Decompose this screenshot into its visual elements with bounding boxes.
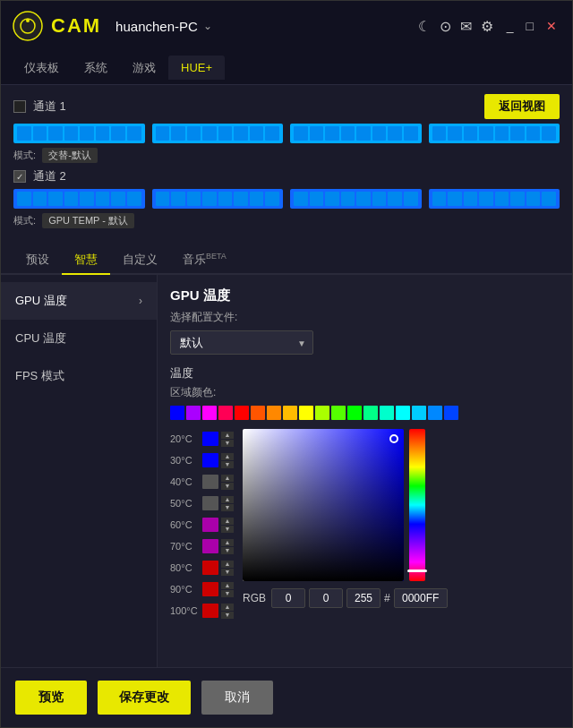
sub-tabs: 预设 智慧 自定义 音乐BETA: [1, 239, 572, 275]
temp-up-button[interactable]: ▲: [221, 604, 234, 611]
temp-arrows: ▲▼: [221, 582, 234, 597]
tab-hue[interactable]: HUE+: [168, 56, 225, 80]
palette-color-swatch[interactable]: [218, 406, 233, 420]
palette-color-swatch[interactable]: [315, 406, 329, 420]
palette-color-swatch[interactable]: [331, 406, 346, 420]
left-item-cpu-temp[interactable]: CPU 温度: [1, 320, 157, 357]
palette-color-swatch[interactable]: [186, 406, 201, 420]
cancel-button[interactable]: 取消: [201, 681, 273, 715]
settings-icon[interactable]: ⚙: [481, 18, 493, 35]
tab-system[interactable]: 系统: [72, 55, 120, 81]
temp-down-button[interactable]: ▼: [221, 440, 234, 447]
palette-color-swatch[interactable]: [267, 406, 281, 420]
temp-down-button[interactable]: ▼: [221, 504, 234, 511]
moon-icon[interactable]: ☾: [418, 18, 431, 35]
channel1-label: 通道 1: [33, 98, 66, 115]
color-picker-main: [243, 429, 560, 581]
temp-color-swatch[interactable]: [202, 561, 218, 575]
palette-color-swatch[interactable]: [251, 406, 265, 420]
save-button[interactable]: 保存更改: [98, 681, 191, 715]
temp-up-button[interactable]: ▲: [221, 432, 234, 439]
temp-arrows: ▲▼: [221, 453, 234, 468]
palette-color-swatch[interactable]: [283, 406, 297, 420]
temp-up-button[interactable]: ▲: [221, 475, 234, 482]
temp-up-button[interactable]: ▲: [221, 539, 234, 546]
tab-games[interactable]: 游戏: [120, 55, 168, 81]
left-item-gpu-temp[interactable]: GPU 温度 ›: [1, 282, 157, 320]
palette-color-swatch[interactable]: [444, 406, 458, 420]
temp-arrows: ▲▼: [221, 604, 234, 619]
temp-down-button[interactable]: ▼: [221, 547, 234, 554]
temp-row: 60°C▲▼: [170, 515, 234, 535]
rgb-r-input[interactable]: [271, 588, 305, 608]
temp-label: 80°C: [170, 562, 202, 573]
temp-down-button[interactable]: ▼: [221, 483, 234, 490]
channel2-checkbox[interactable]: [13, 170, 26, 183]
subtab-custom[interactable]: 自定义: [110, 246, 170, 273]
temp-down-button[interactable]: ▼: [221, 590, 234, 597]
left-panel: GPU 温度 › CPU 温度 FPS 模式: [1, 275, 158, 667]
temp-up-button[interactable]: ▲: [221, 561, 234, 568]
subtab-music[interactable]: 音乐BETA: [170, 246, 239, 273]
return-view-button[interactable]: 返回视图: [484, 94, 560, 119]
temp-up-button[interactable]: ▲: [221, 496, 234, 503]
temp-color-swatch[interactable]: [202, 453, 218, 467]
temp-color-swatch[interactable]: [202, 518, 218, 532]
palette-color-swatch[interactable]: [363, 406, 378, 420]
palette-color-swatch[interactable]: [428, 406, 442, 420]
subtab-smart[interactable]: 智慧: [62, 246, 110, 275]
temp-color-swatch[interactable]: [202, 432, 218, 446]
region-label: 区域颜色:: [170, 385, 560, 400]
temp-up-button[interactable]: ▲: [221, 582, 234, 589]
preview-button[interactable]: 预览: [15, 681, 87, 715]
maximize-button[interactable]: □: [522, 17, 538, 35]
palette-color-swatch[interactable]: [299, 406, 313, 420]
palette-color-swatch[interactable]: [202, 406, 217, 420]
temp-down-button[interactable]: ▼: [221, 526, 234, 533]
rgb-b-input[interactable]: [346, 588, 381, 608]
channel1-led-strip-1: [13, 124, 145, 143]
temp-row: 40°C▲▼: [170, 472, 234, 492]
palette-color-swatch[interactable]: [170, 406, 184, 420]
close-button[interactable]: ✕: [542, 17, 561, 35]
camera-icon[interactable]: ⊙: [440, 18, 451, 35]
config-file-select[interactable]: 默认: [170, 330, 313, 355]
temp-color-swatch[interactable]: [202, 496, 218, 510]
temp-up-button[interactable]: ▲: [221, 453, 234, 460]
channel-area: 通道 1 返回视图: [1, 85, 572, 239]
temp-label: 30°C: [170, 455, 202, 466]
channel2-label: 通道 2: [33, 168, 66, 184]
temp-color-swatch[interactable]: [202, 582, 218, 596]
temp-down-button[interactable]: ▼: [221, 461, 234, 468]
temp-down-button[interactable]: ▼: [221, 612, 234, 619]
palette-color-swatch[interactable]: [412, 406, 426, 420]
temp-color-swatch[interactable]: [202, 475, 218, 489]
palette-color-swatch[interactable]: [380, 406, 394, 420]
subtab-preset[interactable]: 预设: [13, 246, 62, 273]
config-file-label: 选择配置文件:: [170, 310, 560, 325]
tab-dashboard[interactable]: 仪表板: [12, 55, 72, 81]
hue-slider[interactable]: [409, 429, 425, 581]
temp-arrows: ▲▼: [221, 475, 234, 490]
palette-color-swatch[interactable]: [396, 406, 410, 420]
temp-color-swatch[interactable]: [202, 539, 218, 553]
pc-dropdown-arrow[interactable]: ⌄: [203, 20, 212, 32]
palette-color-swatch[interactable]: [347, 406, 362, 420]
channel1-led-strip-2: [152, 124, 284, 143]
channel2-led-strip-1: [13, 189, 145, 209]
rgb-g-input[interactable]: [309, 588, 343, 608]
temp-up-button[interactable]: ▲: [221, 518, 234, 525]
chevron-right-icon: ›: [139, 295, 142, 307]
palette-color-swatch[interactable]: [235, 406, 249, 420]
color-gradient-box[interactable]: [243, 429, 404, 581]
channel2-led-strip-2: [152, 189, 284, 209]
temp-down-button[interactable]: ▼: [221, 569, 234, 576]
mail-icon[interactable]: ✉: [460, 18, 472, 35]
left-item-fps-mode[interactable]: FPS 模式: [1, 357, 157, 395]
minimize-button[interactable]: _: [502, 17, 518, 35]
temp-row: 100°C▲▼: [170, 601, 234, 621]
config-select-wrapper[interactable]: 默认: [170, 330, 313, 355]
channel1-checkbox[interactable]: [13, 100, 26, 113]
temp-color-swatch[interactable]: [202, 604, 218, 618]
hex-input[interactable]: [394, 588, 448, 608]
